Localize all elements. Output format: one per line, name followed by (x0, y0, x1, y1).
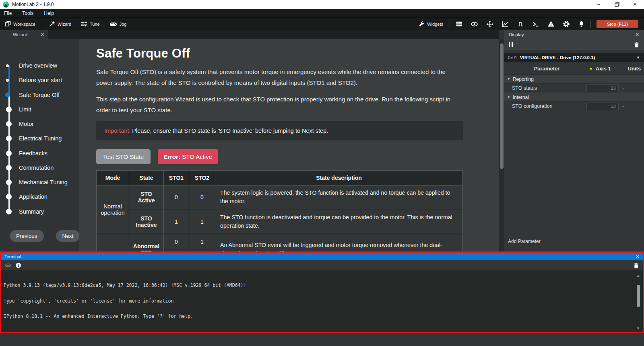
sidebar-item-application[interactable]: Application (0, 192, 79, 202)
next-button[interactable]: Next (56, 230, 80, 242)
app-logo-icon (3, 2, 9, 8)
menu-help[interactable]: Help (44, 10, 54, 16)
step-done-icon (6, 64, 9, 67)
test-sto-state-button[interactable]: Test STO State (96, 149, 151, 164)
table-row: STO Inactive 1 1 The STO function is dea… (97, 210, 462, 235)
wizard-button[interactable]: Wizard (44, 18, 76, 30)
col-header-description: State description (215, 171, 462, 185)
sidebar-item-summary[interactable]: Summary (0, 207, 79, 216)
param-row-sto-status[interactable]: STO status 23 - (504, 84, 644, 93)
pause-icon[interactable] (509, 42, 513, 47)
state-cell: Abnormal STO (129, 235, 164, 251)
display-list-button[interactable] (452, 21, 466, 27)
settings-button[interactable] (559, 21, 574, 28)
param-units: - (619, 103, 624, 109)
parameter-column-header: Parameter (504, 66, 590, 72)
table-row: Normal operation STO Active 0 0 The syst… (97, 185, 462, 210)
wizard-steps: Drive overview Before your start Safe To… (0, 39, 79, 224)
move-arrows-icon (486, 21, 493, 28)
terminal-close-icon[interactable]: ✕ (636, 254, 640, 260)
title-bar: MotionLab 3 - 1.9.0 – ✕ (0, 0, 644, 9)
minimize-button[interactable]: – (590, 0, 608, 9)
drive-selector[interactable]: 0x01 VIRTUAL-DRIVE - Drive (127.0.0.1) ▼ (504, 53, 644, 62)
state-cell: STO Inactive (129, 210, 164, 235)
display-panel: Display ✕ 0x01 VIRTUAL-DRIVE - Drive (12… (504, 30, 644, 251)
tab-wizard-label: Wizard (13, 32, 27, 37)
mode-cell (97, 235, 129, 251)
motion-button[interactable] (482, 21, 497, 28)
terminal-scrollbar-thumb[interactable] (637, 285, 640, 307)
terminal-button[interactable] (528, 21, 543, 27)
step-active-icon (5, 93, 10, 97)
warning-icon (547, 21, 555, 27)
eye-icon[interactable] (5, 263, 11, 268)
trash-icon[interactable] (634, 263, 639, 268)
scroll-up-icon[interactable]: ▲ (636, 274, 640, 278)
menu-tools[interactable]: Tools (22, 10, 33, 16)
bell-icon (578, 21, 585, 27)
wrench-icon (419, 21, 425, 27)
main-scrollbar[interactable] (499, 39, 504, 251)
step-paragraph: This step of the configuration Wizard is… (96, 94, 460, 115)
terminal-title-bar[interactable]: Terminal ✕ (1, 253, 643, 260)
scroll-down-icon[interactable]: ▼ (636, 326, 640, 330)
scope-button[interactable] (497, 21, 513, 27)
watch-button[interactable] (466, 21, 482, 27)
param-value: 13 (586, 103, 619, 110)
step-todo-icon (6, 136, 12, 141)
group-internal[interactable]: ▼ Internal (504, 93, 644, 102)
parameter-table-header: Parameter ● Axis 1 Units (504, 62, 644, 75)
signal-button[interactable] (513, 21, 528, 27)
jog-button[interactable]: Jog (105, 18, 132, 30)
sidebar-item-before-your-start[interactable]: Before your start (0, 75, 79, 85)
sto1-cell: 1 (164, 210, 189, 235)
sidebar-item-safe-torque-off[interactable]: Safe Torque Off (0, 90, 79, 100)
maximize-button[interactable] (608, 0, 626, 9)
main-scrollbar-thumb[interactable] (500, 43, 504, 169)
close-button[interactable]: ✕ (626, 0, 644, 9)
display-close-icon[interactable]: ✕ (635, 32, 639, 37)
workspace-button[interactable]: Workspace (0, 18, 40, 30)
menu-file[interactable]: File (4, 10, 12, 16)
tab-bar: Wizard ✕ (0, 30, 499, 39)
param-row-sto-configuration[interactable]: STO configuration 13 - (504, 102, 644, 111)
bottom-strip (0, 333, 644, 346)
add-parameter-button[interactable]: Add Parameter (508, 239, 541, 244)
sidebar-item-motor[interactable]: Motor (0, 119, 79, 129)
terminal-toolbar: i (1, 260, 643, 270)
toolbar-separator (590, 21, 591, 28)
menu-bar: File Tools Help (0, 9, 644, 18)
terminal-title: Terminal (4, 254, 21, 259)
tab-wizard[interactable]: Wizard ✕ (0, 30, 48, 39)
sidebar-item-feedbacks[interactable]: Feedbacks (0, 148, 79, 158)
table-row: Abnormal STO 0 1 An Abnormal STO event w… (97, 235, 462, 250)
col-header-sto2: STO2 (189, 171, 215, 185)
col-header-mode: Mode (97, 171, 129, 185)
col-header-sto1: STO1 (164, 171, 189, 185)
toolbar-separator (450, 21, 450, 28)
sidebar-item-drive-overview[interactable]: Drive overview (0, 61, 79, 70)
sidebar-item-limit[interactable]: Limit (0, 105, 79, 114)
sidebar-item-commutation[interactable]: Commutation (0, 163, 79, 173)
sto1-cell: 0 (164, 235, 189, 250)
drive-id: 0x01 (508, 55, 517, 60)
stop-button[interactable]: Stop (F12) (597, 20, 638, 28)
previous-button[interactable]: Previous (10, 230, 44, 242)
sidebar-item-electrical-tuning[interactable]: Electrical Tuning (0, 134, 79, 143)
alerts-button[interactable] (543, 21, 559, 27)
axis-status-dot: ● (590, 66, 592, 71)
terminal-prompt-icon (532, 21, 539, 27)
sidebar-item-mechanical-tuning[interactable]: Mechanical Tuning (0, 177, 79, 187)
notifications-button[interactable] (574, 21, 589, 27)
tab-close-icon[interactable]: ✕ (41, 32, 44, 37)
info-icon[interactable]: i (16, 263, 21, 268)
group-reporting[interactable]: ▼ Reporting (504, 75, 644, 84)
param-value: 23 (586, 84, 619, 92)
terminal-panel: Terminal ✕ i Python 3.9.13 (tags/v3.9.13… (0, 251, 644, 333)
tune-button[interactable]: Tune (76, 18, 105, 30)
col-header-state: State (129, 171, 164, 185)
widgets-button[interactable]: Widgets (414, 21, 448, 27)
list-grid-icon (456, 21, 462, 27)
description-cell: The STO function is deactivated and torq… (215, 210, 462, 235)
trash-icon[interactable] (634, 42, 639, 47)
